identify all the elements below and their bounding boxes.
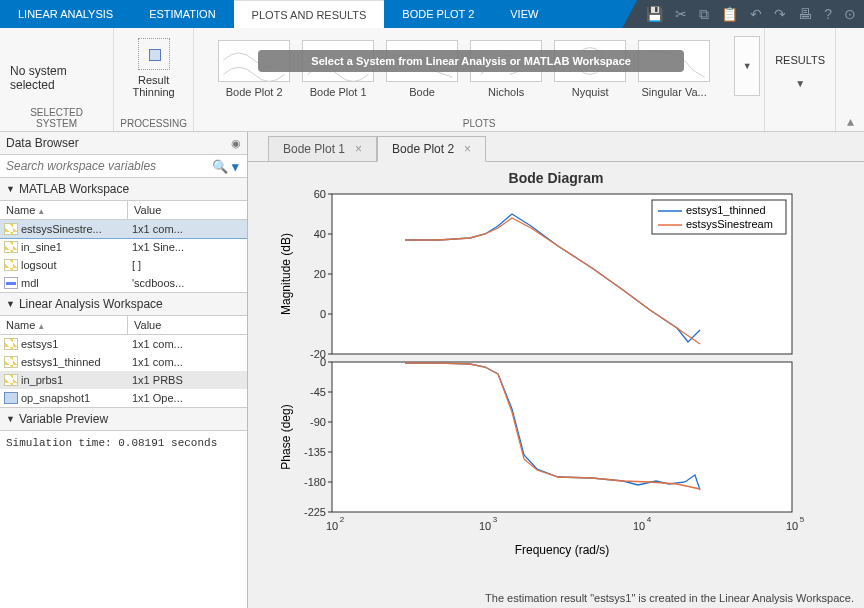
plot-thumb-bode-plot-2[interactable]: Bode Plot 2 (214, 40, 294, 98)
paste-icon[interactable]: 📋 (721, 6, 738, 22)
plot-canvas: Bode Diagram 60 40 20 0 -20 (248, 161, 864, 588)
plot-thumb-bode-plot-1[interactable]: Bode Plot 1 (298, 40, 378, 98)
plot-gallery-dropdown[interactable]: ▼ (734, 36, 760, 96)
save-icon[interactable]: 💾 (646, 6, 663, 22)
status-bar: The estimation result "estsys1" is creat… (248, 588, 864, 608)
svg-text:-180: -180 (304, 476, 326, 488)
result-thinning-label: Result Thinning (133, 74, 175, 98)
ribbon-results: RESULTS ▼ (765, 28, 836, 131)
bode-chart: 60 40 20 0 -20 Magnitude (dB) estsys1_th… (268, 190, 838, 560)
svg-text:estsysSinestream: estsysSinestream (686, 218, 773, 230)
struct-icon (4, 259, 18, 271)
svg-point-0 (577, 48, 604, 75)
table-row[interactable]: logsout[ ] (0, 256, 247, 274)
results-button[interactable]: RESULTS ▼ (775, 54, 825, 89)
doc-tab-bode-1[interactable]: Bode Plot 1× (268, 136, 377, 161)
struct-icon (4, 338, 18, 350)
main-area: Data Browser ◉ 🔍 ▾ ▼MATLAB Workspace Nam… (0, 132, 864, 608)
undo-icon[interactable]: ↶ (750, 6, 762, 22)
svg-text:2: 2 (340, 515, 345, 524)
search-input[interactable] (0, 155, 204, 177)
linear-analysis-workspace-table: Name▲ Value estsys11x1 com... estsys1_th… (0, 316, 247, 408)
table-row[interactable]: in_sine11x1 Sine... (0, 238, 247, 256)
matlab-workspace-body[interactable]: estsysSinestre...1x1 com... in_sine11x1 … (0, 220, 247, 292)
struct-icon (4, 241, 18, 253)
svg-text:estsys1_thinned: estsys1_thinned (686, 204, 766, 216)
menu-icon[interactable]: ⊙ (844, 6, 856, 22)
struct-icon (4, 223, 18, 235)
svg-text:10: 10 (479, 520, 491, 532)
tab-estimation[interactable]: ESTIMATION (131, 0, 233, 28)
svg-text:0: 0 (320, 308, 326, 320)
col-name[interactable]: Name▲ (0, 201, 128, 219)
svg-text:5: 5 (800, 515, 805, 524)
svg-text:Phase (deg): Phase (deg) (279, 404, 293, 469)
result-thinning-button[interactable]: Result Thinning (129, 34, 179, 102)
linear-analysis-workspace-body[interactable]: estsys11x1 com... estsys1_thinned1x1 com… (0, 335, 247, 407)
plots-group-label: PLOTS (463, 116, 496, 129)
svg-text:3: 3 (493, 515, 498, 524)
selected-system-text: No system selected (10, 64, 103, 92)
col-name[interactable]: Name▲ (0, 316, 128, 334)
svg-text:40: 40 (314, 228, 326, 240)
result-thinning-icon (138, 38, 170, 70)
matlab-workspace-table: Name▲ Value estsysSinestre...1x1 com... … (0, 201, 247, 293)
svg-text:-225: -225 (304, 506, 326, 518)
help-icon[interactable]: ? (824, 6, 832, 22)
document-tabs: Bode Plot 1× Bode Plot 2× (248, 132, 864, 161)
print-icon[interactable]: 🖶 (798, 6, 812, 22)
struct-icon (4, 374, 18, 386)
data-browser-panel: Data Browser ◉ 🔍 ▾ ▼MATLAB Workspace Nam… (0, 132, 248, 608)
plot-thumb-nichols[interactable]: Nichols (466, 40, 546, 98)
table-row[interactable]: mdl'scdboos... (0, 274, 247, 292)
tab-view[interactable]: VIEW (492, 0, 556, 28)
quick-toolbar: 💾 ✂ ⧉ 📋 ↶ ↷ 🖶 ? ⊙ (622, 0, 864, 28)
close-icon[interactable]: × (355, 142, 362, 156)
svg-text:60: 60 (314, 190, 326, 200)
signal-icon (4, 277, 18, 289)
cut-icon[interactable]: ✂ (675, 6, 687, 22)
svg-text:-135: -135 (304, 446, 326, 458)
ribbon-plots: Bode Plot 2 Bode Plot 1 Bode Nichols Nyq… (194, 28, 765, 131)
matlab-workspace-header[interactable]: ▼MATLAB Workspace (0, 178, 247, 201)
table-row[interactable]: estsysSinestre...1x1 com... (0, 220, 247, 238)
svg-text:4: 4 (647, 515, 652, 524)
plot-thumb-singular[interactable]: Singular Va... (634, 40, 714, 98)
variable-preview-header[interactable]: ▼Variable Preview (0, 408, 247, 431)
col-value[interactable]: Value (128, 316, 247, 334)
tab-linear-analysis[interactable]: LINEAR ANALYSIS (0, 0, 131, 28)
variable-preview-body: Simulation time: 0.08191 seconds (0, 431, 247, 608)
linear-analysis-workspace-header[interactable]: ▼Linear Analysis Workspace (0, 293, 247, 316)
op-icon (4, 392, 18, 404)
svg-text:Frequency  (rad/s): Frequency (rad/s) (515, 543, 610, 557)
copy-icon[interactable]: ⧉ (699, 6, 709, 23)
ribbon: No system selected SELECTED SYSTEM Resul… (0, 28, 864, 132)
svg-rect-18 (332, 362, 792, 512)
table-row[interactable]: estsys1_thinned1x1 com... (0, 353, 247, 371)
doc-tab-bode-2[interactable]: Bode Plot 2× (377, 136, 486, 162)
table-row[interactable]: op_snapshot11x1 Ope... (0, 389, 247, 407)
table-row[interactable]: in_prbs11x1 PRBS (0, 371, 247, 389)
svg-text:-90: -90 (310, 416, 326, 428)
plot-gallery: Bode Plot 2 Bode Plot 1 Bode Nichols Nyq… (204, 34, 754, 100)
svg-text:10: 10 (326, 520, 338, 532)
svg-text:0: 0 (320, 356, 326, 368)
data-browser-header: Data Browser ◉ (0, 132, 247, 155)
tab-bode-plot-2[interactable]: BODE PLOT 2 (384, 0, 492, 28)
plot-thumb-nyquist[interactable]: Nyquist (550, 40, 630, 98)
redo-icon[interactable]: ↷ (774, 6, 786, 22)
tab-plots-and-results[interactable]: PLOTS AND RESULTS (234, 0, 385, 28)
plot-title: Bode Diagram (248, 162, 864, 190)
struct-icon (4, 356, 18, 368)
pin-icon[interactable]: ◉ (231, 137, 241, 150)
search-row: 🔍 ▾ (0, 155, 247, 178)
search-icon[interactable]: 🔍 ▾ (204, 159, 247, 174)
table-row[interactable]: estsys11x1 com... (0, 335, 247, 353)
svg-text:10: 10 (633, 520, 645, 532)
close-icon[interactable]: × (464, 142, 471, 156)
plot-thumb-bode[interactable]: Bode (382, 40, 462, 98)
ribbon-collapse[interactable]: ▴ (836, 28, 864, 131)
ribbon-selected-system: No system selected SELECTED SYSTEM (0, 28, 114, 131)
col-value[interactable]: Value (128, 201, 247, 219)
svg-text:10: 10 (786, 520, 798, 532)
